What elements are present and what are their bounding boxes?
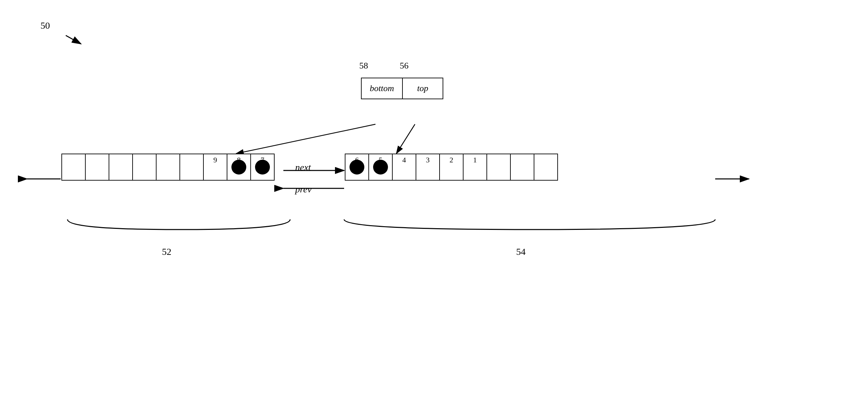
diagram-svg (0, 0, 868, 399)
right-cell-e1 (486, 154, 511, 181)
right-cell-3: 3 (416, 154, 440, 181)
left-stack: 9 8 7 (61, 154, 275, 181)
left-cell-4 (156, 154, 180, 181)
diagram: 50 58 56 bottom top 9 8 7 n (0, 0, 868, 399)
right-cell-5: 5 (368, 154, 393, 181)
ref-top-number: 56 (400, 61, 409, 71)
ref-bottom-number: 58 (359, 61, 368, 71)
ref-top-cell: top (402, 78, 443, 99)
fig-number-label: 50 (40, 20, 50, 31)
right-cell-5-label: 5 (379, 156, 383, 164)
right-cell-2: 2 (439, 154, 464, 181)
svg-line-2 (66, 35, 81, 44)
right-cell-1: 1 (463, 154, 487, 181)
right-cell-4-label: 4 (402, 156, 406, 164)
left-cell-2 (109, 154, 133, 181)
left-cell-3 (132, 154, 157, 181)
left-cell-0 (61, 154, 86, 181)
svg-line-8 (396, 124, 415, 154)
left-cell-8-label: 8 (237, 156, 241, 164)
right-cell-6-label: 6 (355, 156, 359, 164)
right-cell-3-label: 3 (426, 156, 430, 164)
left-stack-number: 52 (162, 246, 171, 257)
right-cell-1-label: 1 (473, 156, 477, 164)
right-stack: 6 5 4 3 2 1 (345, 154, 558, 181)
prev-label: prev (295, 184, 312, 195)
ref-box: bottom top (361, 78, 443, 99)
left-cell-1 (85, 154, 109, 181)
right-cell-6: 6 (345, 154, 369, 181)
right-stack-number: 54 (516, 246, 526, 257)
right-cell-e2 (510, 154, 534, 181)
right-cell-4: 4 (392, 154, 416, 181)
right-cell-e3 (534, 154, 558, 181)
left-cell-5 (179, 154, 204, 181)
left-cell-7-label: 7 (261, 156, 264, 164)
left-cell-9: 9 (203, 154, 227, 181)
right-cell-2-label: 2 (450, 156, 453, 164)
next-label: next (295, 162, 311, 173)
left-cell-7: 7 (250, 154, 275, 181)
left-cell-9-label: 9 (214, 156, 217, 164)
ref-bottom-cell: bottom (362, 78, 402, 99)
left-cell-8: 8 (227, 154, 251, 181)
svg-line-7 (236, 124, 375, 154)
